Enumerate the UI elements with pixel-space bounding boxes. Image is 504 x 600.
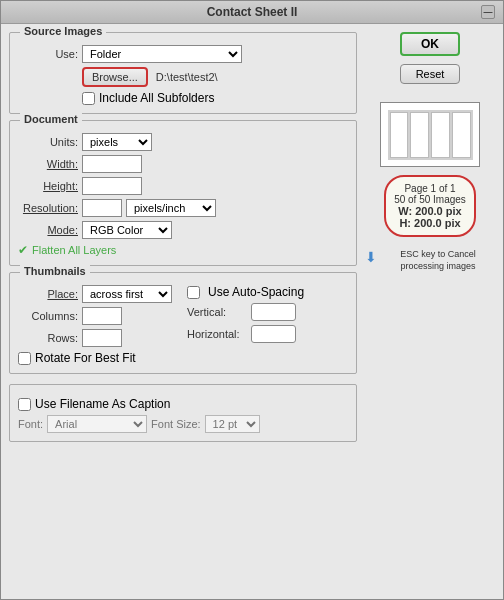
thumbnails-section: Thumbnails Place: across first down firs… — [9, 272, 357, 374]
info-box: Page 1 of 1 50 of 50 Images W: 200.0 pix… — [384, 175, 476, 237]
rotate-checkbox[interactable] — [18, 352, 31, 365]
units-select[interactable]: pixels — [82, 133, 152, 151]
width-input[interactable]: 2000 — [82, 155, 142, 173]
preview-col-4 — [452, 112, 471, 158]
autospacing-row: Use Auto-Spacing — [187, 285, 348, 299]
source-images-title: Source Images — [20, 25, 106, 37]
resolution-input[interactable]: 72 — [82, 199, 122, 217]
reset-button[interactable]: Reset — [400, 64, 460, 84]
font-size-label: Font Size: — [151, 418, 201, 430]
include-subfolders-checkbox[interactable] — [82, 92, 95, 105]
vertical-label: Vertical: — [187, 306, 247, 318]
right-panel: OK Reset Page 1 of 1 50 of 50 Images W: … — [365, 32, 495, 591]
flatten-label: Flatten All Layers — [32, 244, 116, 256]
columns-label: Columns: — [18, 310, 78, 322]
ok-button[interactable]: OK — [400, 32, 460, 56]
rows-input[interactable]: 5 — [82, 329, 122, 347]
preview-box — [380, 102, 480, 167]
thumbnails-left: Place: across first down first Columns: … — [18, 285, 179, 365]
font-row: Font: Arial Font Size: 12 pt — [18, 415, 348, 433]
horizontal-input[interactable]: 0 — [251, 325, 296, 343]
cancel-info-text: ESC key to Cancel processing images — [381, 249, 495, 272]
vertical-input[interactable]: 0 — [251, 303, 296, 321]
height-label: Height: — [18, 180, 78, 192]
vertical-row: Vertical: 0 — [187, 303, 348, 321]
mode-label: Mode: — [18, 224, 78, 236]
units-row: Units: pixels — [18, 133, 348, 151]
columns-row: Columns: 10 — [18, 307, 179, 325]
caption-label: Use Filename As Caption — [35, 397, 170, 411]
place-row: Place: across first down first — [18, 285, 179, 303]
horizontal-label: Horizontal: — [187, 328, 247, 340]
thumbnails-right: Use Auto-Spacing Vertical: 0 Horizontal:… — [187, 285, 348, 365]
flatten-check-icon: ✔ — [18, 243, 28, 257]
font-select[interactable]: Arial — [47, 415, 147, 433]
contact-sheet-window: Contact Sheet II — Source Images Use: Fo… — [0, 0, 504, 600]
flatten-row: ✔ Flatten All Layers — [18, 243, 348, 257]
caption-section: Use Filename As Caption Font: Arial Font… — [9, 384, 357, 442]
source-images-section: Source Images Use: Folder Browse... D:\t… — [9, 32, 357, 114]
info-h: H: 200.0 pix — [394, 217, 466, 229]
font-size-select[interactable]: 12 pt — [205, 415, 260, 433]
document-section: Document Units: pixels Width: 2000 Heigh… — [9, 120, 357, 266]
rotate-row: Rotate For Best Fit — [18, 351, 179, 365]
place-label: Place: — [18, 288, 78, 300]
window-title: Contact Sheet II — [23, 5, 481, 19]
mode-row: Mode: RGB Color — [18, 221, 348, 239]
rows-label: Rows: — [18, 332, 78, 344]
autospacing-checkbox[interactable] — [187, 286, 200, 299]
browse-row: Browse... D:\test\test2\ — [18, 67, 348, 87]
close-button[interactable]: — — [481, 5, 495, 19]
info-page: Page 1 of 1 — [394, 183, 466, 194]
use-label: Use: — [18, 48, 78, 60]
caption-checkbox[interactable] — [18, 398, 31, 411]
download-icon: ⬇ — [365, 249, 377, 265]
place-select[interactable]: across first down first — [82, 285, 172, 303]
info-w: W: 200.0 pix — [394, 205, 466, 217]
preview-col-3 — [431, 112, 450, 158]
thumbnails-title: Thumbnails — [20, 265, 90, 277]
preview-inner — [388, 110, 473, 160]
autospacing-label: Use Auto-Spacing — [208, 285, 304, 299]
subfolders-row: Include All Subfolders — [82, 91, 348, 105]
height-row: Height: 1000 — [18, 177, 348, 195]
title-bar: Contact Sheet II — — [1, 1, 503, 24]
height-input[interactable]: 1000 — [82, 177, 142, 195]
mode-select[interactable]: RGB Color — [82, 221, 172, 239]
left-panel: Source Images Use: Folder Browse... D:\t… — [9, 32, 357, 591]
resolution-row: Resolution: 72 pixels/inch — [18, 199, 348, 217]
cancel-info-row: ⬇ ESC key to Cancel processing images — [365, 249, 495, 272]
folder-path: D:\test\test2\ — [156, 71, 218, 83]
resolution-units-select[interactable]: pixels/inch — [126, 199, 216, 217]
units-label: Units: — [18, 136, 78, 148]
main-content: Source Images Use: Folder Browse... D:\t… — [1, 24, 503, 599]
width-row: Width: 2000 — [18, 155, 348, 173]
use-select[interactable]: Folder — [82, 45, 242, 63]
preview-col-1 — [390, 112, 409, 158]
horizontal-row: Horizontal: 0 — [187, 325, 348, 343]
browse-button[interactable]: Browse... — [82, 67, 148, 87]
width-label: Width: — [18, 158, 78, 170]
rows-row: Rows: 5 — [18, 329, 179, 347]
document-title: Document — [20, 113, 82, 125]
use-row: Use: Folder — [18, 45, 348, 63]
preview-col-2 — [410, 112, 429, 158]
caption-checkbox-row: Use Filename As Caption — [18, 397, 348, 411]
rotate-label: Rotate For Best Fit — [35, 351, 136, 365]
font-label: Font: — [18, 418, 43, 430]
columns-input[interactable]: 10 — [82, 307, 122, 325]
include-subfolders-label: Include All Subfolders — [99, 91, 214, 105]
info-images: 50 of 50 Images — [394, 194, 466, 205]
resolution-label: Resolution: — [18, 202, 78, 214]
